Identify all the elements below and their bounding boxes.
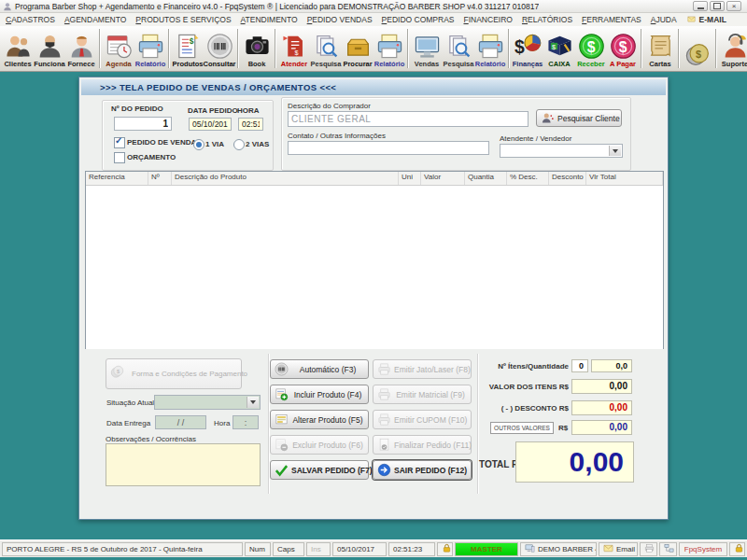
toolbar-button-label: Fornece — [67, 60, 94, 68]
computer-icon — [525, 543, 535, 555]
minimize-button[interactable] — [693, 1, 708, 11]
column-header-quantia[interactable]: Quantia — [465, 172, 507, 185]
toolbar-button-pesquisa[interactable]: Pesquisa — [443, 26, 474, 71]
order-time-field[interactable] — [238, 118, 263, 131]
status-brand: FpqSystem — [679, 542, 727, 556]
toolbar-button-clientes[interactable]: Clientes — [2, 26, 34, 71]
incluir-produto-button[interactable]: Incluir Produto (F4) — [270, 385, 369, 404]
toolbar-button-book[interactable]: Book — [241, 26, 273, 71]
emitir-cupom-button[interactable]: Emitir CUPOM (F10) — [373, 410, 472, 429]
column-header-referencia[interactable]: Referencia — [86, 172, 148, 185]
window-controls: × — [693, 1, 741, 11]
order-date-field[interactable] — [189, 118, 232, 131]
column-header-n[interactable]: Nº — [148, 172, 172, 185]
toolbar-button-financas[interactable]: $Finanças — [512, 26, 543, 71]
toolbar-button-vendas[interactable]: Vendas — [411, 26, 443, 71]
column-header-desconto[interactable]: Desconto — [549, 172, 586, 185]
delivery-time-field[interactable] — [233, 415, 259, 429]
menu-item-relatorios[interactable]: RELATÓRIOS — [522, 15, 572, 24]
menu-item-agendamento[interactable]: AGENDAMENTO — [64, 15, 126, 24]
menu-item-ajuda[interactable]: AJUDA — [651, 15, 677, 24]
one-copy-radio[interactable] — [193, 139, 204, 150]
toolbar-button-consultar[interactable]: Consultar — [204, 26, 235, 71]
items-value-label: VALOR DOS ITENS R$ — [477, 383, 569, 391]
menu-item-ferramentas[interactable]: FERRAMENTAS — [582, 15, 641, 24]
toolbar-separator — [99, 29, 101, 68]
clients-icon — [5, 33, 32, 60]
menu-item-atendimento[interactable]: ATENDIMENTO — [241, 15, 298, 24]
restore-button[interactable] — [710, 1, 725, 11]
payment-terms-button[interactable]: $ Forma e Condições de Pagamento — [106, 358, 242, 389]
sales-order-checkbox[interactable] — [114, 137, 125, 148]
toolbar-button-produtos[interactable]: $Produtos — [172, 26, 204, 71]
toolbar-button-relatorio[interactable]: Relatório — [374, 26, 405, 71]
chevron-down-icon — [609, 146, 621, 156]
exit-arrow-icon — [377, 463, 391, 477]
other-values-button[interactable]: OUTROS VALORES — [490, 422, 554, 434]
delivery-date-field[interactable] — [155, 415, 206, 429]
order-number-field[interactable] — [114, 117, 172, 131]
lock-icon — [442, 543, 452, 555]
products-table-body[interactable] — [86, 186, 663, 349]
toolbar-button-suporte[interactable]: Suporte — [719, 26, 747, 71]
column-header-uni[interactable]: Uni — [399, 172, 421, 185]
menu-item-pedido-compras[interactable]: PEDIDO COMPRAS — [382, 15, 455, 24]
menu-item-pedido-vendas[interactable]: PEDIDO VENDAS — [307, 15, 373, 24]
items-count-value: 0 — [571, 359, 588, 372]
toolbar-button-label: Funciona — [34, 60, 64, 68]
items-qty-label: Nº Ítens/Quantidade — [477, 362, 569, 371]
toolbar-button-relatorio[interactable]: Relatório — [134, 26, 166, 71]
barcode-icon — [206, 33, 233, 60]
finalizar-pedido-button[interactable]: Finalizar Pedido (F11) — [373, 435, 472, 455]
emitir-matricial-button[interactable]: Emitir Matricial (F9) — [373, 385, 472, 404]
toolbar-button-label: Receber — [577, 60, 605, 68]
toolbar-button-receber[interactable]: $Receber — [575, 26, 607, 71]
column-header-descricao-do-produto[interactable]: Descrição do Produto — [172, 172, 399, 185]
close-button[interactable]: × — [726, 1, 741, 11]
totals-panel: Nº Ítens/Quantidade 0 0,0 VALOR DOS ITEN… — [477, 354, 658, 494]
two-copies-radio[interactable] — [233, 139, 245, 150]
toolbar-button-a-pagar[interactable]: $A Pagar — [607, 26, 639, 71]
column-header-desc[interactable]: % Desc. — [507, 172, 549, 185]
printer-gray-icon — [377, 413, 391, 427]
menu-item-financeiro[interactable]: FINANCEIRO — [464, 15, 513, 24]
coin-red-icon: $ — [610, 33, 637, 60]
toolbar-button-coin-gold[interactable]: $ — [682, 26, 713, 71]
menu-item-email[interactable]: E-MAIL — [686, 15, 726, 25]
toolbar-button-caixa[interactable]: $CAIXA — [543, 26, 575, 71]
emitir-jato-laser-button[interactable]: Emitir Jato/Laser (F8) — [373, 359, 472, 379]
alterar-produto-button[interactable]: Alterar Produto (F5) — [270, 410, 369, 429]
excluir-produto-button[interactable]: Excluir Produto (F6) — [270, 435, 369, 455]
buyer-label: Descrição do Comprador — [288, 102, 371, 110]
current-status-dropdown[interactable] — [154, 395, 261, 410]
buyer-field[interactable] — [288, 111, 529, 127]
contact-field[interactable] — [288, 141, 489, 155]
menu-item-cadastros[interactable]: CADASTROS — [6, 15, 55, 24]
column-header-vlr-total[interactable]: Vlr Total — [586, 172, 663, 185]
quote-checkbox[interactable] — [114, 152, 125, 163]
notes-textarea[interactable] — [106, 443, 261, 486]
products-icon: $ — [175, 33, 202, 60]
toolbar-button-label: Atender — [281, 60, 307, 68]
toolbar-button-agenda[interactable]: Agenda — [103, 26, 134, 71]
status-network-icon[interactable] — [659, 542, 677, 556]
toolbar-button-atender[interactable]: $Atender — [278, 26, 310, 71]
toolbar-button-relatorio[interactable]: Relatório — [474, 26, 506, 71]
automatico-button[interactable]: Automático (F3) — [270, 359, 369, 379]
status-printer-icon[interactable] — [640, 542, 657, 556]
toolbar-button-procurar[interactable]: Procurar — [342, 26, 374, 71]
toolbar-button-label: Pesquisa — [311, 60, 342, 68]
attendant-dropdown[interactable] — [500, 144, 623, 158]
menu-item-produtos-e-servicos[interactable]: PRODUTOS E SERVIÇOS — [135, 15, 231, 24]
search-client-button[interactable]: Pesquisar Cliente — [536, 109, 622, 127]
column-header-valor[interactable]: Valor — [421, 172, 465, 185]
salvar-pedido-button[interactable]: SALVAR PEDIDO (F7) — [270, 460, 369, 480]
toolbar-button-funciona[interactable]: Funciona — [34, 26, 65, 71]
toolbar-button-cartas[interactable]: Cartas — [644, 26, 676, 71]
toolbar-button-fornece[interactable]: Fornece — [65, 26, 97, 71]
toolbar-button-pesquisa[interactable]: Pesquisa — [310, 26, 342, 71]
sair-pedido-button[interactable]: SAIR PEDIDO (F12) — [373, 460, 472, 480]
add-product-icon — [275, 387, 289, 401]
status-email-button[interactable]: Email — [599, 542, 638, 556]
notes-label: Observações / Ocorrências — [106, 435, 196, 443]
